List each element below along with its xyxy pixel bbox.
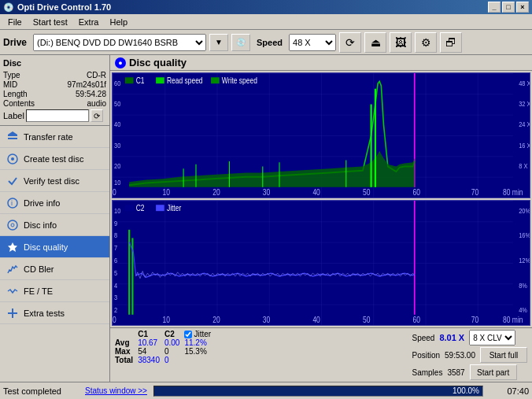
svg-rect-40 — [156, 77, 164, 83]
verify-test-disc-icon — [6, 175, 19, 187]
stats-max-row: Max 54 0 15.3% — [115, 347, 216, 356]
svg-text:70: 70 — [471, 187, 478, 197]
samples-label: Samples — [412, 368, 442, 377]
maximize-button[interactable]: □ — [502, 2, 515, 13]
close-button[interactable]: × — [516, 2, 529, 13]
stats-avg-c2: 0.00 — [164, 338, 184, 347]
speed-select[interactable]: 48 X — [289, 34, 336, 51]
svg-text:10: 10 — [114, 206, 121, 215]
sidebar-item-transfer-rate[interactable]: Transfer rate — [0, 126, 109, 148]
disc-contents-label: Contents — [3, 99, 46, 108]
svg-text:8 X: 8 X — [519, 161, 528, 170]
sidebar-item-disc-info-label: Disc info — [24, 220, 57, 230]
drive-select[interactable]: (Di:) BENQ DVD DD DW1640 BSRB — [33, 34, 206, 51]
title-bar-title: 💿 Opti Drive Control 1.70 — [3, 2, 111, 13]
stats-avg-c1: 10.67 — [138, 338, 164, 347]
svg-point-5 — [8, 198, 17, 208]
svg-text:C2: C2 — [136, 203, 145, 212]
svg-text:5: 5 — [114, 268, 117, 277]
sidebar-item-verify-test-disc-label: Verify test disc — [24, 176, 79, 186]
svg-text:80 min: 80 min — [503, 315, 523, 324]
main-layout: Disc Type CD-R MID 97m24s01f Length 59:5… — [0, 55, 532, 382]
disc-quality-icon — [6, 241, 19, 253]
svg-text:20: 20 — [212, 187, 220, 197]
samples-value: 3587 — [447, 368, 464, 377]
svg-text:70: 70 — [471, 315, 478, 324]
sidebar-item-transfer-rate-label: Transfer rate — [24, 132, 73, 142]
disc-type-value: CD-R — [87, 71, 106, 79]
stats-max-c1: 54 — [138, 347, 164, 356]
disc-section: Disc Type CD-R MID 97m24s01f Length 59:5… — [0, 55, 109, 126]
svg-text:32 X: 32 X — [519, 99, 530, 108]
extra-tests-icon — [6, 307, 19, 320]
menu-file[interactable]: File — [3, 16, 27, 28]
svg-rect-0 — [8, 135, 17, 136]
settings-btn[interactable]: ⚙ — [415, 32, 437, 53]
create-test-disc-icon — [6, 153, 19, 165]
stats-total-c1: 38340 — [138, 356, 164, 364]
svg-rect-2 — [8, 138, 17, 139]
refresh-toolbar-btn[interactable]: ⟳ — [339, 32, 361, 53]
disc-label-input[interactable] — [26, 109, 89, 122]
eject-btn[interactable]: ⏏ — [364, 32, 386, 53]
sidebar-item-fe-te-label: FE / TE — [24, 286, 53, 296]
svg-point-8 — [11, 224, 14, 227]
sidebar-item-create-test-disc[interactable]: Create test disc — [0, 148, 109, 170]
svg-text:8%: 8% — [519, 281, 527, 290]
menu-help[interactable]: Help — [105, 16, 132, 28]
minimize-button[interactable]: _ — [488, 2, 501, 13]
svg-text:16 X: 16 X — [519, 141, 530, 150]
svg-text:16%: 16% — [519, 231, 530, 240]
svg-text:60: 60 — [413, 315, 420, 324]
svg-text:60: 60 — [114, 79, 121, 87]
sidebar-item-disc-info[interactable]: Disc info — [0, 214, 109, 236]
svg-text:30: 30 — [114, 141, 121, 150]
svg-point-7 — [8, 220, 17, 230]
svg-text:8: 8 — [114, 231, 117, 240]
sidebar-item-disc-quality[interactable]: Disc quality — [0, 236, 109, 258]
sidebar-item-extra-tests[interactable]: Extra tests — [0, 302, 109, 324]
fe-te-icon — [6, 285, 19, 297]
jitter-checkbox[interactable] — [184, 331, 192, 338]
svg-text:0: 0 — [113, 315, 116, 324]
svg-text:9: 9 — [114, 219, 117, 227]
svg-rect-42 — [211, 77, 220, 83]
svg-text:60: 60 — [413, 187, 420, 197]
svg-text:10: 10 — [163, 187, 170, 197]
svg-marker-9 — [8, 242, 17, 252]
menu-extra[interactable]: Extra — [74, 16, 104, 28]
right-stats: Speed 8.01 X 8 X CLV Position 59:53.00 S… — [412, 330, 527, 380]
position-value: 59:53.00 — [445, 351, 475, 360]
speed-clv-select[interactable]: 8 X CLV — [469, 330, 515, 345]
svg-text:Write speed: Write speed — [222, 76, 257, 85]
svg-rect-11 — [12, 308, 13, 318]
start-full-button[interactable]: Start full — [480, 347, 527, 363]
disc-length-value: 59:54.28 — [76, 90, 106, 98]
speed-chart: 0 10 20 30 40 50 60 70 80 min 60 50 40 3… — [112, 72, 530, 198]
sidebar-item-drive-info[interactable]: i Drive info — [0, 192, 109, 214]
sidebar-item-verify-test-disc[interactable]: Verify test disc — [0, 170, 109, 192]
drive-arrow-btn[interactable]: ▼ — [209, 34, 228, 51]
media-btn[interactable]: 🖼 — [390, 32, 412, 53]
drive-info-icon: i — [6, 197, 19, 209]
disc-contents-value: audio — [87, 99, 106, 108]
drive-icon-btn[interactable]: 💿 — [231, 34, 250, 51]
disc-length-row: Length 59:54.28 — [3, 90, 106, 98]
svg-text:24 X: 24 X — [519, 120, 530, 129]
window-btn[interactable]: 🗗 — [440, 32, 462, 53]
svg-text:0: 0 — [113, 187, 116, 197]
speed-right-value: 8.01 X — [439, 333, 464, 342]
status-bar: Test completed Status window >> 100.0% 0… — [0, 382, 532, 399]
svg-text:4%: 4% — [519, 305, 527, 314]
start-part-button[interactable]: Start part — [470, 364, 517, 380]
sidebar-item-fe-te[interactable]: FE / TE — [0, 280, 109, 302]
svg-text:30: 30 — [263, 315, 270, 324]
sidebar-item-cd-bler[interactable]: CD Bler — [0, 258, 109, 280]
svg-marker-1 — [8, 131, 17, 135]
status-window-button[interactable]: Status window >> — [85, 386, 147, 395]
position-row: Position 59:53.00 Start full — [412, 347, 527, 363]
svg-text:40: 40 — [114, 120, 121, 129]
menu-start-test[interactable]: Start test — [28, 16, 72, 28]
sidebar-item-create-test-disc-label: Create test disc — [24, 154, 83, 164]
label-refresh-btn[interactable]: ⟳ — [91, 109, 103, 122]
